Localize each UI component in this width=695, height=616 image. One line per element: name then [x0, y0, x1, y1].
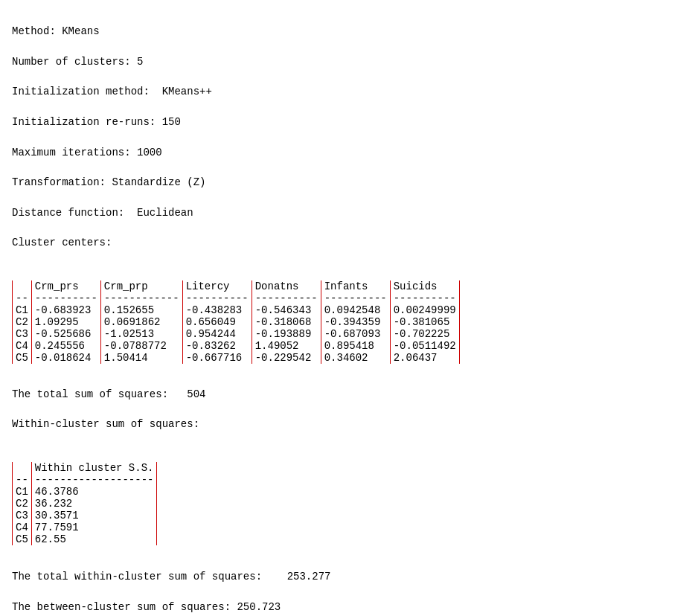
row-c3-donatns: -0.193889 [252, 328, 321, 340]
row-c1-id: C1 [13, 304, 32, 316]
row-c3-infants: -0.687093 [321, 328, 390, 340]
row-c2-id: C2 [13, 316, 32, 328]
row-c5-crm-prp: 1.50414 [100, 352, 182, 364]
row-c4-litercy: -0.83262 [182, 340, 252, 352]
footer-section: The total within-cluster sum of squares:… [12, 554, 683, 616]
row-c2-litercy: 0.656049 [182, 316, 252, 328]
table-separator-row: -- ---------- ------------ ---------- --… [13, 292, 460, 304]
table-row: C4 77.7591 [13, 522, 157, 533]
method-label: Method: KMeans [12, 25, 100, 37]
row-c4-suicids: -0.0511492 [390, 340, 459, 352]
col-header-id [13, 280, 32, 292]
row-c2-suicids: -0.381065 [390, 316, 459, 328]
row-c4-infants: 0.895418 [321, 340, 390, 352]
row-c1-crm-prp: 0.152655 [100, 304, 182, 316]
table-row: C2 36.232 [13, 498, 157, 510]
row-c3-crm-prs: -0.525686 [31, 328, 100, 340]
col-header-crm-prp: Crm_prp [100, 280, 182, 292]
table-row: C1 -0.683923 0.152655 -0.438283 -0.54634… [13, 304, 460, 316]
centers-label: Cluster centers: [12, 237, 112, 248]
within-ss-label: Within-cluster sum of squares: [12, 418, 199, 430]
row-c5-id: C5 [13, 352, 32, 364]
table-row: C5 62.55 [13, 533, 157, 545]
sep-litercy: ---------- [182, 292, 252, 304]
within-c3-ss: 30.3571 [31, 510, 157, 522]
row-c2-infants: -0.394359 [321, 316, 390, 328]
row-c2-crm-prs: 1.09295 [31, 316, 100, 328]
row-c4-id: C4 [13, 340, 32, 352]
table-row: C1 46.3786 [13, 486, 157, 498]
total-within-label: The total within-cluster sum of squares:… [12, 571, 330, 583]
row-c4-donatns: 1.49052 [252, 340, 321, 352]
sep-crm-prp: ------------ [100, 292, 182, 304]
total-ss-label: The total sum of squares: 504 [12, 388, 205, 400]
row-c1-donatns: -0.546343 [252, 304, 321, 316]
within-c1-id: C1 [13, 486, 32, 498]
row-c3-suicids: -0.702225 [390, 328, 459, 340]
row-c5-litercy: -0.667716 [182, 352, 252, 364]
within-header-row: Within cluster S.S. [13, 462, 157, 474]
within-c3-id: C3 [13, 510, 32, 522]
clusters-label: Number of clusters: 5 [12, 56, 143, 68]
row-c1-litercy: -0.438283 [182, 304, 252, 316]
table-row: C5 -0.018624 1.50414 -0.667716 -0.229542… [13, 352, 460, 364]
output-container: Method: KMeans Number of clusters: 5 Ini… [12, 9, 683, 280]
within-sep-id: -- [13, 474, 32, 486]
within-c2-ss: 36.232 [31, 498, 157, 510]
row-c3-id: C3 [13, 328, 32, 340]
col-header-crm-prs: Crm_prs [31, 280, 100, 292]
init-reruns-label: Initialization re-runs: 150 [12, 116, 181, 128]
col-header-suicids: Suicids [390, 280, 459, 292]
row-c3-litercy: 0.954244 [182, 328, 252, 340]
table-row: C4 0.245556 -0.0788772 -0.83262 1.49052 … [13, 340, 460, 352]
row-c5-infants: 0.34602 [321, 352, 390, 364]
within-col-ss: Within cluster S.S. [31, 462, 157, 474]
max-iter-label: Maximum iterations: 1000 [12, 147, 162, 158]
within-ss-table: Within cluster S.S. -- -----------------… [12, 462, 157, 545]
table-row: C3 -0.525686 -1.02513 0.954244 -0.193889… [13, 328, 460, 340]
row-c2-crm-prp: 0.0691862 [100, 316, 182, 328]
within-c2-id: C2 [13, 498, 32, 510]
within-sep-ss: ------------------- [31, 474, 157, 486]
cluster-centers-table: Crm_prs Crm_prp Litercy Donatns Infants … [12, 280, 460, 364]
row-c4-crm-prp: -0.0788772 [100, 340, 182, 352]
sep-donatns: ---------- [252, 292, 321, 304]
within-col-id [13, 462, 32, 474]
col-header-litercy: Litercy [182, 280, 252, 292]
sep-infants: ---------- [321, 292, 390, 304]
within-c5-id: C5 [13, 533, 32, 545]
sep-id: -- [13, 292, 32, 304]
within-c4-ss: 77.7591 [31, 522, 157, 533]
row-c1-infants: 0.0942548 [321, 304, 390, 316]
row-c5-suicids: 2.06437 [390, 352, 459, 364]
row-c1-crm-prs: -0.683923 [31, 304, 100, 316]
col-header-donatns: Donatns [252, 280, 321, 292]
row-c4-crm-prs: 0.245556 [31, 340, 100, 352]
table-row: C3 30.3571 [13, 510, 157, 522]
row-c3-crm-prp: -1.02513 [100, 328, 182, 340]
within-c4-id: C4 [13, 522, 32, 533]
within-c5-ss: 62.55 [31, 533, 157, 545]
transform-label: Transformation: Standardize (Z) [12, 176, 205, 188]
between-label: The between-cluster sum of squares: 250.… [12, 601, 281, 613]
row-c5-donatns: -0.229542 [252, 352, 321, 364]
col-header-infants: Infants [321, 280, 390, 292]
table-header-row: Crm_prs Crm_prp Litercy Donatns Infants … [13, 280, 460, 292]
sep-suicids: ---------- [390, 292, 459, 304]
row-c5-crm-prs: -0.018624 [31, 352, 100, 364]
within-c1-ss: 46.3786 [31, 486, 157, 498]
init-method-label: Initialization method: KMeans++ [12, 86, 212, 97]
distance-label: Distance function: Euclidean [12, 207, 193, 219]
sep-crm-prs: ---------- [31, 292, 100, 304]
ss-section: The total sum of squares: 504 Within-clu… [12, 371, 683, 462]
row-c2-donatns: -0.318068 [252, 316, 321, 328]
table-row: C2 1.09295 0.0691862 0.656049 -0.318068 … [13, 316, 460, 328]
within-separator-row: -- ------------------- [13, 474, 157, 486]
row-c1-suicids: 0.00249999 [390, 304, 459, 316]
